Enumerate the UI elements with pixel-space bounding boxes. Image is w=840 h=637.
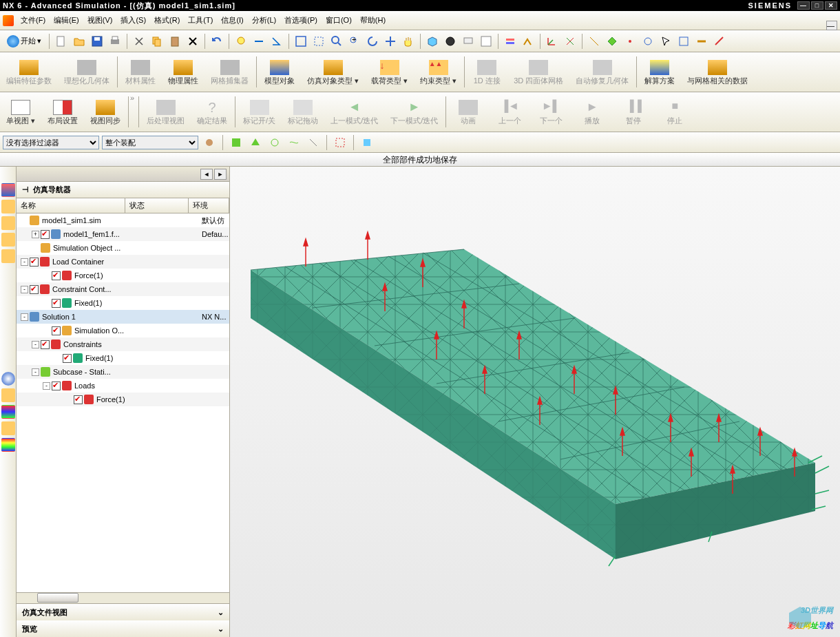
tree-row[interactable]: +model1_fem1.f...Defau... — [17, 227, 229, 241]
filter-btn-5[interactable] — [286, 134, 302, 151]
preview-panel[interactable]: 预览⌄ — [17, 620, 229, 637]
new-button[interactable] — [53, 33, 70, 50]
tree-row[interactable]: -Loads — [17, 379, 229, 393]
checkbox[interactable] — [63, 354, 72, 363]
constraint-type-button[interactable]: ▲▲约束类型 ▾ — [414, 54, 463, 90]
strip-btn-5[interactable] — [1, 249, 15, 263]
expand-toggle[interactable]: - — [43, 382, 50, 390]
filter-btn-4[interactable] — [266, 134, 283, 151]
col-name[interactable]: 名称 — [17, 198, 125, 213]
cursor-button[interactable] — [658, 33, 674, 50]
maximize-button[interactable]: □ — [811, 1, 823, 10]
menu-tools[interactable]: 工具(T) — [184, 12, 217, 28]
strip-btn-9[interactable] — [1, 421, 15, 435]
tree-row[interactable]: Fixed(1) — [17, 296, 229, 310]
material-props-button[interactable]: 材料属性 — [119, 54, 162, 90]
menu-prefs[interactable]: 首选项(P) — [280, 12, 322, 28]
mark-drag-button[interactable]: 标记拖动 — [282, 94, 324, 130]
checkbox[interactable] — [52, 382, 61, 390]
col-status[interactable]: 状态 — [125, 198, 189, 213]
tree-row[interactable]: model1_sim1.sim默认仿 — [17, 213, 229, 227]
start-button[interactable]: 开始▾ — [3, 34, 45, 49]
tree-row[interactable]: Simulation Object ... — [17, 241, 229, 255]
fit-button[interactable] — [293, 33, 309, 50]
expand-toggle[interactable]: - — [21, 258, 28, 266]
filter-btn-8[interactable] — [359, 134, 375, 151]
mesh-data-button[interactable]: 与网格相关的数据 — [681, 54, 754, 90]
load-type-button[interactable]: ↓载荷类型 ▾ — [365, 54, 414, 90]
expand-toggle[interactable]: - — [32, 341, 39, 348]
paste-button[interactable] — [167, 33, 183, 50]
tree-row[interactable]: -Constraints — [17, 337, 229, 351]
tree-row[interactable]: -Constraint Cont... — [17, 282, 229, 296]
connect-1d-button[interactable]: 1D 连接 — [466, 54, 507, 90]
filter-btn-6[interactable] — [305, 134, 322, 151]
tree-row[interactable]: -Solution 1NX N... — [17, 310, 229, 324]
prev-button[interactable]: ▐◄上一个 — [489, 94, 530, 130]
filter-btn-7[interactable] — [332, 134, 348, 151]
nav-scroll-right[interactable]: ► — [214, 169, 227, 180]
strip-btn-8[interactable] — [1, 405, 15, 419]
misc4-button[interactable] — [640, 33, 656, 50]
menu-insert[interactable]: 插入(S) — [116, 12, 150, 28]
model-object-button[interactable]: 模型对象 — [258, 54, 301, 90]
sim-file-view-panel[interactable]: 仿真文件视图⌄ — [17, 604, 229, 620]
zoom-area-button[interactable] — [311, 33, 327, 50]
strip-btn-1[interactable] — [1, 183, 15, 197]
next-button[interactable]: ►▌下一个 — [530, 94, 571, 130]
sim-object-type-button[interactable]: 仿真对象类型 ▾ — [301, 54, 365, 90]
col-env[interactable]: 环境 — [189, 198, 229, 213]
expand-toggle[interactable]: - — [32, 368, 39, 376]
print-button[interactable] — [107, 33, 123, 50]
tree-row[interactable]: -Subcase - Stati... — [17, 365, 229, 379]
checkbox[interactable] — [30, 258, 39, 267]
minimize-button[interactable]: — — [797, 1, 810, 10]
strip-btn-3[interactable] — [1, 216, 15, 230]
idealize-geom-button[interactable]: 理想化几何体 — [58, 54, 116, 90]
nav-scroll-left[interactable]: ◄ — [200, 169, 213, 180]
minimize-ribbon-button[interactable]: — — [826, 21, 837, 30]
graphics-viewport[interactable]: 3D世界网 彩虹网址导航 — [230, 167, 840, 637]
wireframe-button[interactable] — [442, 33, 459, 50]
edit-feature-params-button[interactable]: 编辑特征参数 — [0, 54, 58, 90]
checkbox[interactable] — [74, 395, 83, 404]
csys-button[interactable] — [544, 33, 560, 50]
pin-icon[interactable]: ⊣ — [22, 185, 29, 194]
prev-mode-button[interactable]: ◄上一模式/迭代 — [324, 94, 384, 130]
style-button[interactable] — [460, 33, 476, 50]
expand-toggle[interactable]: + — [32, 231, 39, 238]
open-button[interactable] — [71, 33, 87, 50]
strip-btn-10[interactable] — [1, 438, 15, 452]
zoom-button[interactable] — [328, 33, 345, 50]
misc2-button[interactable] — [604, 33, 620, 50]
tree-row[interactable]: Force(1) — [17, 393, 229, 406]
misc3-button[interactable] — [622, 33, 638, 50]
close-button[interactable]: ✕ — [825, 1, 837, 10]
checkbox[interactable] — [52, 271, 61, 280]
tree-row[interactable]: Fixed(1) — [17, 351, 229, 365]
rotate-button[interactable] — [364, 33, 381, 50]
mark-onoff-button[interactable]: 标记开/关 — [237, 94, 282, 130]
cut-button[interactable] — [131, 33, 147, 50]
stop-button[interactable]: ■停止 — [654, 94, 695, 130]
wcs-button[interactable] — [520, 33, 536, 50]
perspective-button[interactable] — [400, 33, 417, 50]
filter-btn-3[interactable] — [247, 134, 264, 151]
checkbox[interactable] — [52, 326, 61, 335]
strip-btn-2[interactable] — [1, 200, 15, 213]
layout-button[interactable]: 布局设置 — [41, 94, 84, 130]
angle-button[interactable] — [269, 33, 285, 50]
pause-button[interactable]: ▐▐暂停 — [613, 94, 654, 130]
pan-button[interactable] — [382, 33, 399, 50]
checkbox[interactable] — [41, 340, 50, 349]
filter-btn-1[interactable] — [201, 134, 218, 151]
checkbox[interactable] — [52, 299, 61, 308]
mesh-3d-button[interactable]: 3D 四面体网格 — [507, 54, 569, 90]
undo-button[interactable] — [209, 33, 225, 50]
tree-hscroll[interactable] — [17, 592, 229, 603]
orient-button[interactable] — [562, 33, 578, 50]
navigator-tree[interactable]: model1_sim1.sim默认仿+model1_fem1.f...Defau… — [17, 213, 229, 592]
misc7-button[interactable] — [711, 33, 728, 50]
menu-analysis[interactable]: 分析(L) — [248, 12, 280, 28]
zoom-inout-button[interactable]: + — [346, 33, 363, 50]
